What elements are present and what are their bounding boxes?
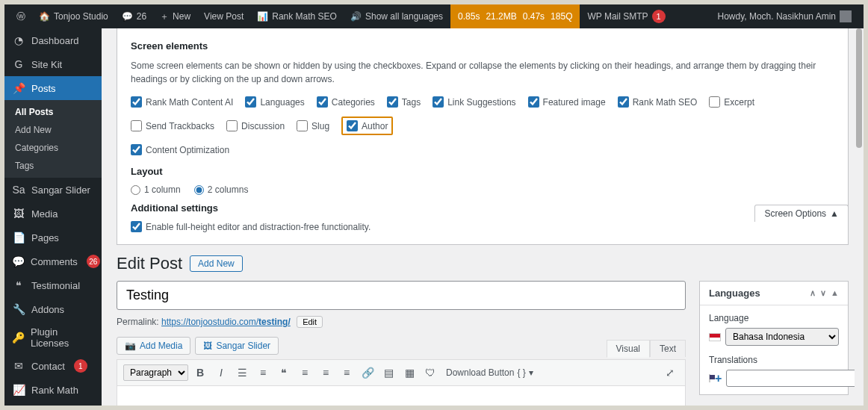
check-excerpt[interactable]: Excerpt (709, 96, 754, 108)
check-rankmath-seo[interactable]: Rank Math SEO (618, 96, 698, 108)
radio-2-columns[interactable]: 2 columns (194, 184, 249, 195)
show-languages[interactable]: 🔊Show all languages (344, 4, 449, 28)
language-select[interactable]: Bahasa Indonesia (725, 328, 839, 346)
checkbox-discussion[interactable] (226, 120, 238, 131)
editor-body[interactable] (117, 386, 685, 406)
italic-button[interactable]: I (212, 364, 230, 382)
align-left-button[interactable]: ≡ (296, 364, 314, 382)
checkbox-trackbacks[interactable] (131, 120, 142, 131)
check-trackbacks[interactable]: Send Trackbacks (131, 120, 214, 131)
permalink-link[interactable]: https://tonjoostudio.com/testing/ (161, 317, 291, 327)
wp-logo[interactable]: ⓦ (10, 4, 31, 28)
menu-media[interactable]: 🖼Media (4, 202, 102, 226)
check-slug[interactable]: Slug (297, 120, 329, 131)
check-content-optimization[interactable]: Content Optimization (131, 144, 834, 155)
align-right-button[interactable]: ≡ (338, 364, 356, 382)
fullscreen-button[interactable]: ⤢ (661, 364, 679, 382)
chevron-up-icon[interactable]: ∧ (810, 288, 816, 298)
translation-input[interactable] (726, 370, 861, 387)
add-new-button[interactable]: Add New (190, 255, 243, 272)
menu-comments[interactable]: 💬Comments26 (4, 249, 102, 273)
post-title-input[interactable] (117, 281, 686, 310)
sangar-slider-button[interactable]: 🖼Sangar Slider (195, 337, 279, 355)
radio-1col-input[interactable] (131, 185, 140, 195)
check-author[interactable]: Author (341, 117, 393, 135)
howdy[interactable]: Howdy, Moch. Nasikhun Amin (711, 4, 858, 28)
submenu-tags[interactable]: Tags (4, 157, 102, 175)
translate-icon: 🔊 (350, 11, 362, 22)
checkbox-author[interactable] (347, 120, 358, 131)
menu-woocommerce[interactable]: wooWooCommerce (4, 402, 102, 406)
checkbox-languages[interactable] (245, 96, 256, 108)
bullet-list-button[interactable]: ☰ (233, 364, 251, 382)
checkbox-featured-image[interactable] (528, 96, 539, 108)
check-discussion[interactable]: Discussion (226, 120, 285, 131)
rankmath-bar[interactable]: 📊Rank Math SEO (251, 4, 343, 28)
languages-header[interactable]: Languages ∧∨▲ (700, 282, 848, 305)
edit-slug-button[interactable]: Edit (297, 316, 323, 328)
checkbox-tags[interactable] (387, 96, 398, 108)
scroll-thumb[interactable] (856, 28, 862, 148)
menu-posts[interactable]: 📌Posts (4, 76, 102, 100)
menu-sitekit[interactable]: GSite Kit (4, 52, 102, 76)
checkbox-rankmath-seo[interactable] (618, 96, 629, 108)
check-fullheight[interactable]: Enable full-height editor and distractio… (131, 221, 834, 232)
checkbox-categories[interactable] (317, 96, 328, 108)
checkbox-link-suggestions[interactable] (433, 96, 444, 108)
download-button[interactable]: Download Button{ }▾ (442, 367, 537, 378)
site-name[interactable]: 🏠Tonjoo Studio (33, 4, 114, 28)
check-link-suggestions[interactable]: Link Suggestions (433, 96, 515, 108)
submenu-add-new[interactable]: Add New (4, 121, 102, 139)
scrollbar[interactable] (855, 28, 864, 406)
add-media-button[interactable]: 📷Add Media (117, 337, 190, 355)
tab-visual[interactable]: Visual (607, 340, 650, 358)
align-center-button[interactable]: ≡ (317, 364, 335, 382)
comments-link[interactable]: 💬26 (116, 4, 152, 28)
number-list-button[interactable]: ≡ (254, 364, 272, 382)
checkbox-excerpt[interactable] (709, 96, 720, 108)
check-featured-image[interactable]: Featured image (528, 96, 606, 108)
new-content[interactable]: ＋New (154, 4, 196, 28)
checkbox-fullheight[interactable] (131, 221, 142, 232)
content-area: Screen elements Some screen elements can… (102, 28, 864, 406)
shield-icon[interactable]: 🛡 (421, 364, 439, 382)
format-select[interactable]: Paragraph (123, 364, 188, 381)
view-post[interactable]: View Post (198, 4, 249, 28)
menu-testimonial[interactable]: ❝Testimonial (4, 273, 102, 297)
radio-2col-input[interactable] (194, 185, 204, 195)
radio-label: 2 columns (208, 184, 249, 195)
menu-dashboard[interactable]: ◔Dashboard (4, 28, 102, 52)
tab-text[interactable]: Text (650, 340, 686, 357)
screen-options-toggle[interactable]: Screen Options▲ (754, 205, 849, 222)
submenu-categories[interactable]: Categories (4, 139, 102, 157)
menu-pages-label: Pages (31, 232, 59, 243)
bold-button[interactable]: B (191, 364, 209, 382)
caret-up-icon[interactable]: ▲ (831, 288, 839, 298)
checkbox-slug[interactable] (297, 120, 308, 131)
menu-rankmath[interactable]: 📈Rank Math (4, 378, 102, 402)
wpmail-bar[interactable]: WP Mail SMTP1 (581, 4, 671, 28)
performance-bar[interactable]: 0.85s 21.2MB 0.47s 185Q (450, 4, 580, 28)
radio-1-column[interactable]: 1 column (131, 184, 181, 195)
radio-label: 1 column (144, 184, 181, 195)
menu-plugin-licenses[interactable]: 🔑Plugin Licenses (4, 321, 102, 354)
checkbox-content-optimization[interactable] (131, 144, 142, 155)
menu-sangar[interactable]: SaSangar Slider (4, 178, 102, 202)
menu-pages[interactable]: 📄Pages (4, 226, 102, 249)
check-rankmath-ai[interactable]: Rank Math Content AI (131, 96, 233, 108)
check-tags[interactable]: Tags (387, 96, 421, 108)
readmore-button[interactable]: ▤ (379, 364, 397, 382)
link-button[interactable]: 🔗 (359, 364, 376, 382)
view-post-label: View Post (204, 11, 244, 22)
chevron-down-icon[interactable]: ∨ (820, 288, 826, 298)
menu-contact[interactable]: ✉Contact1 (4, 354, 102, 378)
add-translation-button[interactable]: + (715, 372, 722, 385)
checkbox-rankmath-ai[interactable] (131, 96, 142, 108)
toolbar-toggle-button[interactable]: ▦ (400, 364, 418, 382)
menu-addons[interactable]: 🔧Addons (4, 297, 102, 321)
check-languages[interactable]: Languages (245, 96, 304, 108)
submenu-all-posts[interactable]: All Posts (4, 103, 102, 121)
check-categories[interactable]: Categories (317, 96, 375, 108)
blockquote-button[interactable]: ❝ (275, 364, 293, 382)
menu-plugins-label: Plugin Licenses (31, 326, 94, 349)
